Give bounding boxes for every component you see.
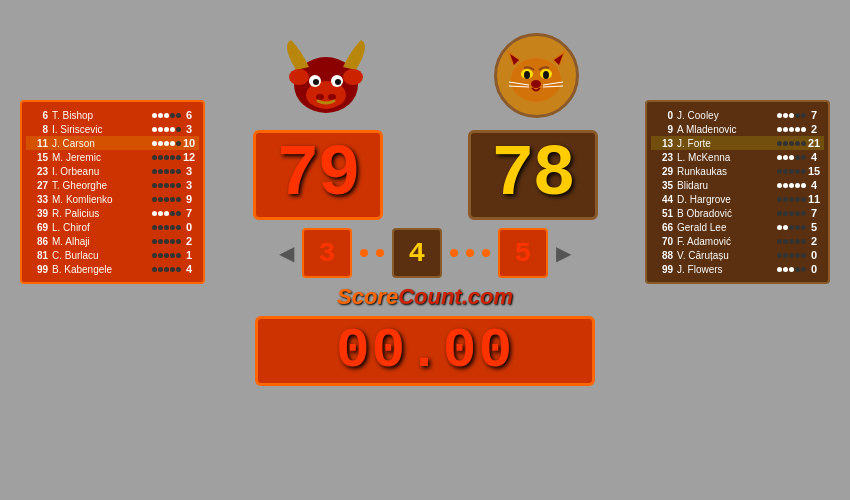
foul-dot [777,141,782,146]
foul-dot [789,127,794,132]
team1-score-box: 79 [253,130,383,220]
player-score: 4 [806,179,822,191]
clock-box: 00.00 [255,316,595,386]
roster-player-row: 99B. Kabengele4 [26,262,199,276]
player-fouls [777,155,806,160]
foul-dot [158,239,163,244]
foul-dot [777,113,782,118]
foul-dot [170,267,175,272]
player-fouls [152,155,181,160]
player-fouls [152,211,181,216]
foul-dot [170,211,175,216]
foul-dot [795,141,800,146]
player-number: 81 [28,250,48,261]
player-number: 8 [28,124,48,135]
player-fouls [777,113,806,118]
foul-dot [158,155,163,160]
period-dot-3 [450,249,458,257]
player-fouls [152,141,181,146]
foul-dot [170,197,175,202]
period-next: 5 [498,228,548,278]
foul-dot [789,141,794,146]
team2-score-box: 78 [468,130,598,220]
player-number: 70 [653,236,673,247]
player-score: 2 [181,235,197,247]
player-number: 33 [28,194,48,205]
foul-dot [783,127,788,132]
foul-dot [777,253,782,258]
period-dot-2 [376,249,384,257]
foul-dot [795,253,800,258]
foul-dot [152,183,157,188]
player-name: T. Gheorghe [48,180,152,191]
period-prev-arrow[interactable]: ◀ [279,241,294,265]
foul-dot [152,225,157,230]
roster-player-row: 81C. Burlacu1 [26,248,199,262]
roster-player-row: 13J. Forte21 [651,136,824,150]
period-dot-1 [360,249,368,257]
foul-dot [158,169,163,174]
player-number: 66 [653,222,673,233]
period-next-arrow[interactable]: ▶ [556,241,571,265]
roster-player-row: 9A Mladenovic2 [651,122,824,136]
team1-logo [271,25,381,125]
foul-dot [164,155,169,160]
foul-dot [152,141,157,146]
player-number: 88 [653,250,673,261]
foul-dot [783,169,788,174]
foul-dot [795,183,800,188]
player-name: C. Burlacu [48,250,152,261]
player-score: 3 [181,165,197,177]
game-clock: 00.00 [336,323,514,379]
svg-point-17 [524,71,530,79]
player-score: 12 [181,151,197,163]
team2-score: 78 [491,139,573,211]
foul-dot [795,211,800,216]
foul-dot [777,197,782,202]
player-name: I. Siriscevic [48,124,152,135]
foul-dot [152,169,157,174]
foul-dot [777,239,782,244]
foul-dot [170,225,175,230]
player-fouls [777,141,806,146]
foul-dot [164,239,169,244]
foul-dot [789,211,794,216]
foul-dot [783,155,788,160]
player-fouls [152,127,181,132]
foul-dot [795,155,800,160]
player-name: Gerald Lee [673,222,777,233]
team2-roster: 0J. Cooley79A Mladenovic213J. Forte2123L… [645,100,830,284]
foul-dot [158,197,163,202]
foul-dot [170,239,175,244]
svg-point-9 [328,94,336,100]
foul-dot [783,197,788,202]
player-score: 21 [806,137,822,149]
player-number: 27 [28,180,48,191]
player-fouls [152,239,181,244]
player-score: 11 [806,193,822,205]
foul-dot [777,127,782,132]
player-number: 9 [653,124,673,135]
foul-dot [152,211,157,216]
foul-dot [789,197,794,202]
foul-dot [789,267,794,272]
roster-player-row: 99J. Flowers0 [651,262,824,276]
player-name: M. Alhaji [48,236,152,247]
foul-dot [795,113,800,118]
svg-point-1 [289,69,309,85]
foul-dot [783,239,788,244]
foul-dot [789,169,794,174]
foul-dot [783,253,788,258]
foul-dot [789,253,794,258]
logos-area [215,20,635,130]
player-name: B Obradović [673,208,777,219]
period-current: 4 [392,228,442,278]
player-name: J. Flowers [673,264,777,275]
player-number: 99 [653,264,673,275]
foul-dot [152,267,157,272]
player-score: 3 [181,179,197,191]
player-fouls [777,127,806,132]
player-number: 0 [653,110,673,121]
foul-dot [164,253,169,258]
player-number: 51 [653,208,673,219]
